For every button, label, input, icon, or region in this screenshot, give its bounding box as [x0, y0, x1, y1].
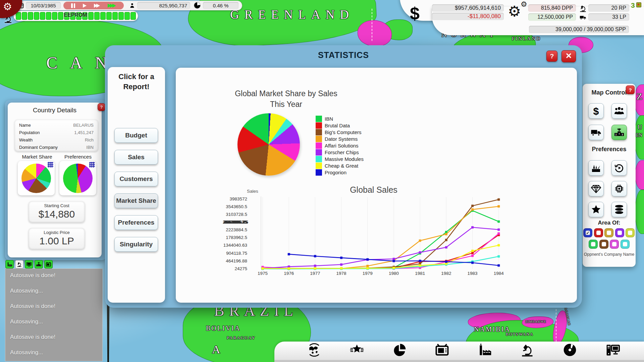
spp-value: 39,000,000 / 39,000,000 SPP [555, 26, 626, 33]
mini-toolbar-tv-button[interactable] [44, 260, 53, 268]
legend-swatch [316, 129, 322, 135]
line-chart-ylabel: Sales [247, 189, 258, 194]
field-value: IBN [86, 145, 94, 150]
mini-toolbar-podium-button[interactable]: 123 [35, 260, 43, 268]
corner-badge-icon[interactable] [636, 2, 641, 7]
world-map-icon [307, 343, 322, 357]
landmass-edge-4[interactable] [635, 190, 644, 234]
preference-database-button[interactable] [611, 202, 627, 217]
button-label: Market Share [116, 197, 156, 204]
checkmark-icon: ✓ [586, 231, 590, 235]
field-value: Rich [85, 137, 94, 142]
legend-label: Big's Computers [325, 129, 362, 135]
report-button-sales[interactable]: Sales [114, 150, 158, 165]
preferences-mini-card[interactable] [59, 161, 96, 195]
map-control-help-button[interactable]: ? [626, 85, 635, 94]
podium-icon: 123 [614, 127, 625, 138]
svg-text:3: 3 [622, 133, 623, 136]
country-details-panel: ? Country Details NameBELARUSPopulation1… [8, 103, 102, 257]
country-help-button[interactable]: ? [98, 103, 105, 111]
country-field-row: Dominant CompanyIBN [19, 143, 94, 151]
taskbar [274, 342, 644, 362]
legend-label: IBN [325, 116, 333, 122]
area-checkbox-3[interactable] [615, 228, 624, 237]
report-button-preferences[interactable]: Preferences [114, 215, 158, 230]
preference-design-tools-button[interactable] [588, 160, 604, 176]
map-control-truck-button[interactable] [588, 125, 604, 140]
area-checkbox-6[interactable] [599, 240, 608, 249]
settings-gears-icon[interactable]: ⚙ [508, 3, 521, 20]
star-icon [591, 204, 601, 215]
mini-toolbar-factory-button[interactable] [5, 260, 14, 268]
map-control-people-button[interactable] [611, 103, 627, 119]
net-income-value: -$11,800,080 [468, 13, 501, 20]
preference-diamond-button[interactable] [588, 181, 604, 196]
truck-icon [591, 127, 601, 138]
taskbar-microscope-button[interactable] [519, 342, 536, 358]
taskbar-cd-button[interactable] [561, 342, 579, 358]
map-label: NAMIBIA [474, 325, 511, 333]
field-value: BELARUS [73, 123, 94, 128]
y-axis-tick: 24275 [195, 266, 247, 271]
area-checkbox-1[interactable] [594, 228, 603, 237]
area-checkbox-5[interactable] [589, 240, 598, 249]
chip-icon [614, 183, 625, 194]
area-checkbox-2[interactable] [604, 228, 613, 237]
x-axis-tick: 1980 [382, 271, 406, 276]
taskbar-winged-star-button[interactable] [348, 342, 366, 358]
preference-history-button[interactable] [611, 160, 627, 176]
market-share-mini-card[interactable] [18, 161, 55, 195]
map-label: GREENLAND [230, 7, 354, 22]
dialog-help-button[interactable]: ? [546, 51, 557, 62]
pause-button[interactable] [71, 3, 75, 8]
taskbar-computer-button[interactable] [604, 342, 621, 358]
preference-star-button[interactable] [588, 202, 604, 217]
svg-text:1: 1 [619, 132, 620, 135]
x-axis-tick: 1977 [303, 271, 327, 276]
design-tools-icon [591, 163, 601, 173]
report-button-budget[interactable]: Budget [114, 128, 158, 143]
fastest-speed-button[interactable] [108, 4, 116, 8]
grid-icon[interactable] [48, 162, 53, 168]
report-button-customers[interactable]: Customers [114, 172, 158, 186]
mini-toolbar-monitor-button[interactable] [25, 260, 33, 268]
map-control-podium-button[interactable]: 123 [611, 125, 627, 140]
research-segment [40, 12, 45, 20]
close-icon: × [566, 51, 572, 61]
svg-text:3: 3 [40, 265, 41, 266]
area-checkbox-0[interactable]: ✓ [583, 228, 592, 237]
report-button-market-share[interactable]: Market Share [114, 193, 158, 208]
logistic-price-value: 1.00 LP [29, 235, 85, 247]
preference-chip-button[interactable] [611, 181, 627, 196]
logistic-price-label: Logistic Price [29, 230, 85, 235]
research-segment [124, 12, 129, 20]
map-label: Z [637, 91, 642, 102]
legend-label: Affari Solutions [325, 143, 359, 148]
map-label: BOLIVIA [206, 324, 240, 332]
game-screen: GREENLANDC A NNORWAYFINLANDBRAZILBOLIVIA… [0, 0, 644, 362]
y-axis-tick: 1783962.5 [195, 235, 247, 240]
area-checkbox-8[interactable] [621, 240, 630, 249]
fast-forward-button[interactable] [94, 4, 100, 8]
area-checkbox-4[interactable] [626, 228, 635, 237]
legend-item: Dator Systems [316, 136, 364, 142]
play-button[interactable] [83, 4, 87, 8]
map-control-dollar-button[interactable]: $ [588, 103, 604, 119]
taskbar-world-map-button[interactable] [306, 342, 323, 358]
market-share-mini-pie [21, 164, 51, 193]
taskbar-tv-button[interactable] [433, 342, 451, 358]
landmass-edge-3[interactable] [635, 160, 644, 190]
legend-label: Brutal Data [325, 123, 350, 128]
taskbar-factory-button[interactable] [476, 342, 493, 358]
population-display: 825,950,737 [137, 2, 190, 9]
area-checkbox-7[interactable] [610, 240, 619, 249]
country-info-card: NameBELARUSPopulation1,451,247WealthRich… [14, 119, 98, 152]
factory-icon [477, 343, 492, 357]
mini-toolbar-microscope-button[interactable] [15, 260, 23, 268]
report-button-singularity[interactable]: Singularity [114, 237, 158, 252]
log-panel[interactable]: Autosave is done!Autosaving...Autosave i… [5, 268, 103, 361]
grid-icon[interactable] [89, 162, 95, 168]
y-axis-tick: 3983572 [195, 196, 247, 201]
dialog-close-button[interactable]: × [561, 50, 576, 62]
taskbar-pie-chart-button[interactable] [391, 342, 408, 358]
